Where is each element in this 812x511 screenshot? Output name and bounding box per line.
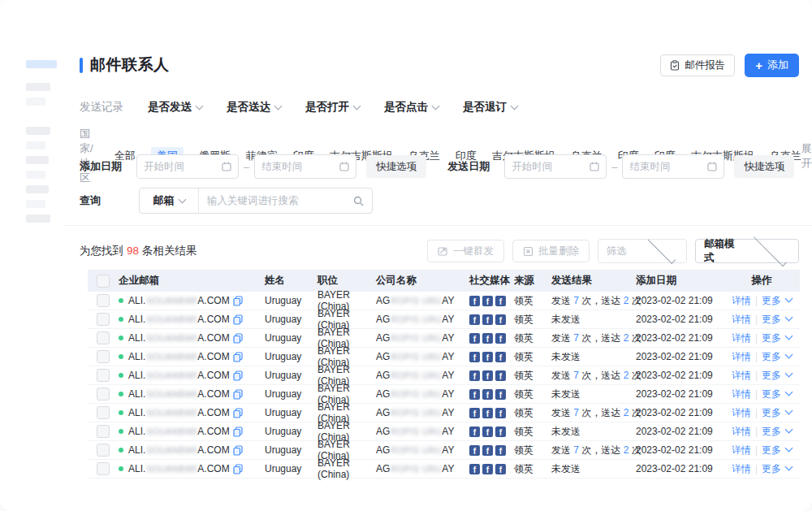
facebook-icon[interactable]: f — [482, 333, 493, 344]
add-button[interactable]: + 添加 — [745, 54, 799, 77]
filter-select[interactable]: 筛选 — [598, 239, 687, 263]
batch-delete-button[interactable]: 批量删除 — [512, 240, 590, 262]
more-link[interactable]: 更多 — [762, 407, 781, 418]
detail-link[interactable]: 详情 — [732, 463, 751, 474]
facebook-icon[interactable]: f — [482, 389, 493, 400]
select-all-checkbox[interactable] — [97, 275, 110, 288]
sidebar-item[interactable] — [26, 97, 45, 106]
row-checkbox[interactable] — [97, 425, 110, 438]
facebook-icon[interactable]: f — [482, 370, 493, 381]
send-date-quick-options-button[interactable]: 快捷选项 — [734, 155, 794, 178]
detail-link[interactable]: 详情 — [732, 314, 751, 325]
copy-icon[interactable] — [233, 296, 243, 306]
sidebar-item[interactable] — [26, 141, 45, 149]
search-icon[interactable] — [353, 196, 364, 206]
facebook-icon[interactable]: f — [482, 427, 493, 437]
facebook-icon[interactable]: f — [469, 464, 480, 474]
expand-link[interactable]: 展开 — [801, 141, 812, 171]
filter-dropdown-是否打开[interactable]: 是否打开 — [305, 100, 360, 115]
facebook-icon[interactable]: f — [495, 408, 506, 418]
more-link[interactable]: 更多 — [762, 351, 781, 362]
row-checkbox[interactable] — [97, 313, 110, 326]
facebook-icon[interactable]: f — [469, 445, 480, 456]
detail-link[interactable]: 详情 — [732, 351, 751, 362]
facebook-icon[interactable]: f — [482, 352, 493, 362]
facebook-icon[interactable]: f — [495, 427, 506, 437]
more-link[interactable]: 更多 — [762, 444, 781, 456]
sidebar-item[interactable] — [26, 171, 45, 179]
row-checkbox[interactable] — [97, 294, 110, 307]
filter-dropdown-是否点击[interactable]: 是否点击 — [384, 100, 438, 115]
filter-dropdown-是否发送[interactable]: 是否发送 — [148, 100, 202, 115]
facebook-icon[interactable]: f — [469, 389, 480, 400]
copy-icon[interactable] — [233, 389, 243, 400]
facebook-icon[interactable]: f — [482, 314, 493, 325]
copy-icon[interactable] — [233, 370, 243, 381]
facebook-icon[interactable]: f — [482, 296, 493, 306]
sidebar-item[interactable] — [26, 83, 50, 91]
sidebar-item[interactable] — [26, 60, 57, 68]
facebook-icon[interactable]: f — [482, 408, 493, 418]
facebook-icon[interactable]: f — [495, 445, 506, 456]
facebook-icon[interactable]: f — [495, 464, 506, 474]
row-checkbox[interactable] — [97, 331, 110, 344]
row-checkbox[interactable] — [97, 444, 110, 457]
facebook-icon[interactable]: f — [495, 370, 506, 381]
facebook-icon[interactable]: f — [469, 370, 480, 381]
facebook-icon[interactable]: f — [495, 389, 506, 400]
facebook-icon[interactable]: f — [495, 333, 506, 344]
facebook-icon[interactable]: f — [495, 296, 506, 306]
facebook-icon[interactable]: f — [495, 314, 506, 325]
detail-link[interactable]: 详情 — [732, 332, 751, 344]
more-link[interactable]: 更多 — [762, 332, 781, 344]
sidebar-item[interactable] — [26, 214, 50, 223]
facebook-icon[interactable]: f — [495, 352, 506, 362]
filter-dropdown-是否退订[interactable]: 是否退订 — [463, 100, 517, 115]
facebook-icon[interactable]: f — [469, 314, 480, 325]
copy-icon[interactable] — [233, 333, 243, 344]
row-checkbox[interactable] — [97, 350, 110, 363]
search-field-select[interactable]: 邮箱 — [140, 188, 199, 213]
detail-link[interactable]: 详情 — [732, 426, 751, 437]
facebook-icon[interactable]: f — [482, 464, 493, 474]
search-input[interactable]: 输入关键词进行搜索 — [199, 194, 353, 208]
detail-link[interactable]: 详情 — [732, 407, 751, 418]
more-link[interactable]: 更多 — [762, 295, 781, 306]
copy-icon[interactable] — [233, 352, 243, 362]
email-report-button[interactable]: 邮件报告 — [660, 54, 735, 76]
mass-send-button[interactable]: 一键群发 — [427, 240, 504, 262]
send-date-start-input[interactable]: 开始时间 — [504, 154, 607, 179]
sidebar-item[interactable] — [26, 127, 50, 135]
row-checkbox[interactable] — [97, 369, 110, 382]
copy-icon[interactable] — [233, 314, 243, 325]
detail-link[interactable]: 详情 — [732, 295, 751, 306]
sidebar-item[interactable] — [26, 156, 49, 164]
more-link[interactable]: 更多 — [762, 314, 781, 325]
facebook-icon[interactable]: f — [482, 445, 493, 456]
sidebar-item[interactable] — [26, 185, 49, 193]
facebook-icon[interactable]: f — [469, 296, 480, 306]
send-date-end-input[interactable]: 结束时间 — [622, 154, 724, 179]
detail-link[interactable]: 详情 — [732, 388, 751, 400]
facebook-icon[interactable]: f — [469, 408, 480, 418]
copy-icon[interactable] — [233, 445, 243, 456]
copy-icon[interactable] — [233, 408, 243, 418]
sidebar-item[interactable] — [26, 200, 45, 208]
copy-icon[interactable] — [233, 427, 243, 437]
facebook-icon[interactable]: f — [469, 352, 480, 362]
detail-link[interactable]: 详情 — [732, 444, 751, 456]
facebook-icon[interactable]: f — [469, 333, 480, 344]
filter-dropdown-是否送达[interactable]: 是否送达 — [227, 100, 281, 115]
add-date-start-input[interactable]: 开始时间 — [136, 154, 239, 179]
add-date-quick-options-button[interactable]: 快捷选项 — [366, 155, 426, 178]
facebook-icon[interactable]: f — [469, 427, 480, 437]
more-link[interactable]: 更多 — [762, 370, 781, 381]
detail-link[interactable]: 详情 — [732, 370, 751, 381]
row-checkbox[interactable] — [97, 406, 110, 419]
mailbox-mode-select[interactable]: 邮箱模式 — [695, 239, 799, 263]
row-checkbox[interactable] — [97, 388, 110, 401]
copy-icon[interactable] — [233, 464, 243, 474]
more-link[interactable]: 更多 — [762, 463, 781, 474]
more-link[interactable]: 更多 — [762, 388, 781, 400]
row-checkbox[interactable] — [97, 462, 110, 475]
